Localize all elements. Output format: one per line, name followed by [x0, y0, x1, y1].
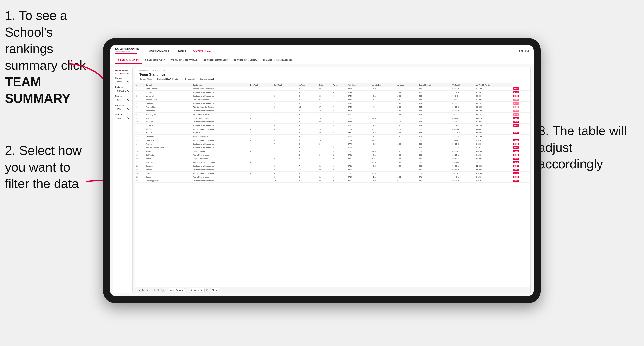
- cell-rank: 9: [136, 116, 145, 120]
- update-time: Update time: 27/03/2024 16:56:26: [139, 70, 526, 71]
- cell-overall: 83-15-0: [451, 127, 475, 131]
- table-row: 14 Oklahoma Big 12 Conference - 2 8 24 2…: [136, 135, 530, 138]
- cell-wins: 1: [332, 175, 347, 179]
- cell-adj-par: -4.4: [372, 105, 396, 109]
- instruction-step1-bold: TEAM SUMMARY: [5, 75, 70, 106]
- cell-conference: Atlantic Coast Conference: [192, 87, 250, 91]
- table-header-row: # School Conference Reg Rank Conf Rank N…: [136, 83, 530, 87]
- tab-player-summary[interactable]: PLAYER SUMMARY: [200, 58, 230, 64]
- division-select[interactable]: NCAA Division I: [115, 89, 130, 93]
- cell-avg-low: 271: [418, 175, 452, 179]
- cell-avg-low: 260: [418, 153, 452, 157]
- cell-overall: 82-28-2: [451, 124, 475, 127]
- cell-pts: 85.58: [512, 98, 530, 102]
- share-icon-2[interactable]: □: [207, 289, 208, 291]
- min-val: 4: [115, 73, 119, 75]
- table-row: 9 Arizona Pac-12 Conference - 2 8 23 1 2…: [136, 116, 530, 120]
- gender-select[interactable]: Men's: [115, 80, 130, 84]
- tab-team-h2h-heatmap[interactable]: TEAM H2H HEATMAP: [168, 58, 200, 64]
- nav-committee[interactable]: COMMITTEE: [193, 48, 211, 53]
- cell-adj-par: -2.9: [372, 142, 396, 146]
- cell-wins: 3: [332, 120, 347, 124]
- cell-overall: 95-29-2: [451, 105, 475, 109]
- tab-team-summary[interactable]: TEAM SUMMARY: [115, 58, 142, 64]
- cell-wins: 1: [332, 172, 347, 175]
- cell-wins: 2: [332, 109, 347, 113]
- cell-pts: 88.54: [512, 164, 530, 168]
- cell-no-tour: 8: [298, 98, 318, 102]
- cell-reg-rank: -: [249, 124, 272, 127]
- cell-pts: 88.38: [512, 175, 530, 179]
- cell-score: 279.1: [347, 150, 372, 153]
- tab-player-h2h-grid[interactable]: PLAYER H2H GRID: [230, 58, 260, 64]
- table-row: 22 Georgia Southeastern Conference - 8 7…: [136, 164, 530, 168]
- cell-overall: 63-15-1: [451, 102, 475, 105]
- cell-avg-par: 1.44: [396, 157, 418, 161]
- tab-team-h2h-grid[interactable]: TEAM H2H GRID: [142, 58, 168, 64]
- cell-vs25: 9-19-1: [475, 175, 512, 179]
- cell-avg-par: 1.30: [396, 168, 418, 172]
- cell-vs25: 18-12-1: [475, 113, 512, 116]
- cell-pts: [512, 135, 530, 138]
- cell-school: Virginia: [145, 127, 192, 131]
- cell-avg-low: 268: [418, 116, 452, 120]
- table-row: 18 Illinois Big Ten Conference - 1 9 27 …: [136, 150, 530, 153]
- share-button[interactable]: Share: [210, 288, 220, 292]
- cell-school: Tennessee: [145, 109, 192, 113]
- cell-avg-par: 1.21: [396, 175, 418, 179]
- col-overall: Overall Record: [418, 83, 452, 87]
- data-table-wrapper[interactable]: # School Conference Reg Rank Conf Rank N…: [136, 83, 530, 287]
- nav-teams[interactable]: TEAMS: [176, 48, 187, 53]
- home-icon[interactable]: ⌂: [150, 289, 152, 291]
- cell-reg-rank: -: [249, 131, 272, 135]
- cell-wins: 4: [332, 124, 347, 127]
- cell-school: North Carolina: [145, 87, 192, 91]
- school-select[interactable]: (All): [115, 116, 130, 120]
- cell-reg-rank: -: [249, 179, 272, 182]
- view-original-button[interactable]: View: Original: [168, 288, 185, 292]
- cell-vs25: 13-24-1: [475, 120, 512, 124]
- share-label: Share: [212, 289, 218, 291]
- cell-school: Mississippi State: [145, 179, 192, 182]
- table-head: # School Conference Reg Rank Conf Rank N…: [136, 83, 530, 87]
- cell-score: 276.5: [347, 135, 372, 138]
- cell-score: 279.2: [347, 164, 372, 168]
- cell-score: 279.5: [347, 175, 372, 179]
- table-row: 1 North Carolina Atlantic Coast Conferen…: [136, 87, 530, 91]
- watch-button[interactable]: 👁 Watch ▼: [189, 288, 204, 292]
- cell-pts: 80.29: [512, 105, 530, 109]
- region-select[interactable]: N/A: [115, 98, 130, 102]
- cell-avg-par: 2.88: [396, 91, 418, 94]
- watch-label: Watch: [194, 289, 200, 291]
- cell-vs25: 4-21-0: [475, 179, 512, 182]
- clock-icon[interactable]: ◯: [161, 289, 164, 291]
- back-icon[interactable]: ◀: [138, 289, 140, 291]
- cell-reg-rank: -: [249, 164, 272, 168]
- cell-vs25: 17-33-1: [475, 157, 512, 161]
- cell-rnds: 23: [318, 120, 332, 124]
- conference-select[interactable]: (All): [115, 107, 130, 111]
- cell-avg-par: 1.28: [396, 150, 418, 153]
- cell-vs25: 12-14-1: [475, 102, 512, 105]
- tab-player-h2h-heatmap[interactable]: PLAYER H2H HEATMAP: [260, 58, 295, 64]
- cell-avg-low: 267: [418, 131, 452, 135]
- cell-vs25: 42-18-0: [475, 87, 512, 91]
- cell-rank: 12: [136, 127, 145, 131]
- instruction-step2-line2: you want to: [5, 160, 70, 174]
- table-filters-row: Gender: Men's Division: NCAA Division I …: [139, 78, 526, 80]
- cell-score: 276.9: [347, 120, 372, 124]
- cell-score: 278.2: [347, 153, 372, 157]
- slider-track[interactable]: [120, 73, 126, 74]
- cell-rnds: 23: [318, 179, 332, 182]
- reload-icon[interactable]: ↻: [146, 289, 148, 291]
- table-row: 16 Florida Southeastern Conference - 7 9…: [136, 142, 530, 146]
- table-row: 23 Texas A&M Southeastern Conference - 9…: [136, 168, 530, 172]
- cell-adj-par: -3.1: [372, 135, 396, 138]
- sign-out-button[interactable]: | Sign out: [517, 49, 529, 52]
- bookmark-icon[interactable]: ▮: [158, 289, 159, 291]
- cell-conf-rank: 9: [273, 168, 298, 172]
- share-small-icon[interactable]: ⇧: [154, 289, 156, 291]
- nav-tournaments[interactable]: TOURNAMENTS: [147, 48, 170, 53]
- cell-avg-par: 1.41: [396, 161, 418, 164]
- forward-icon[interactable]: ▶: [142, 289, 144, 291]
